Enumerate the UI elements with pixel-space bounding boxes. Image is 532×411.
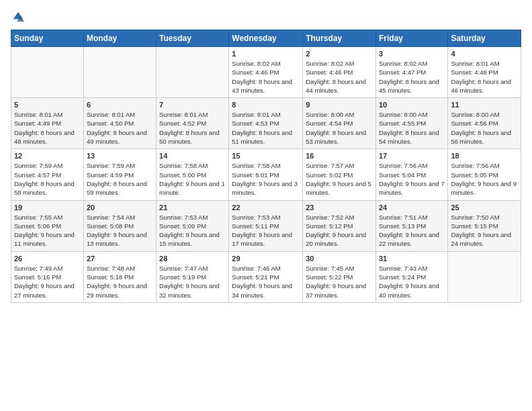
- calendar-cell: 9Sunrise: 8:00 AM Sunset: 4:54 PM Daylig…: [303, 98, 376, 149]
- calendar-cell: 24Sunrise: 7:51 AM Sunset: 5:13 PM Dayli…: [375, 200, 447, 251]
- day-info: Sunrise: 7:52 AM Sunset: 5:12 PM Dayligh…: [306, 213, 373, 248]
- calendar-cell: 31Sunrise: 7:43 AM Sunset: 5:24 PM Dayli…: [375, 251, 447, 302]
- weekday-header: Friday: [375, 30, 447, 47]
- calendar-cell: 5Sunrise: 8:01 AM Sunset: 4:49 PM Daylig…: [11, 98, 84, 149]
- day-info: Sunrise: 7:51 AM Sunset: 5:13 PM Dayligh…: [379, 213, 445, 248]
- day-number: 30: [306, 255, 373, 263]
- day-number: 22: [232, 203, 300, 212]
- calendar-cell: 12Sunrise: 7:59 AM Sunset: 4:57 PM Dayli…: [11, 149, 84, 200]
- header: [11, 11, 521, 23]
- calendar-cell: 10Sunrise: 8:00 AM Sunset: 4:55 PM Dayli…: [375, 98, 447, 149]
- calendar-cell: 8Sunrise: 8:01 AM Sunset: 4:53 PM Daylig…: [229, 98, 303, 149]
- calendar-cell: 2Sunrise: 8:02 AM Sunset: 4:46 PM Daylig…: [303, 47, 376, 98]
- day-number: 1: [232, 50, 300, 58]
- day-info: Sunrise: 7:50 AM Sunset: 5:15 PM Dayligh…: [451, 213, 518, 248]
- day-number: 6: [87, 101, 153, 109]
- weekday-header: Monday: [83, 30, 156, 47]
- day-number: 21: [159, 203, 226, 212]
- day-number: 10: [379, 101, 445, 109]
- day-info: Sunrise: 7:56 AM Sunset: 5:05 PM Dayligh…: [451, 161, 518, 197]
- calendar-cell: [83, 47, 156, 98]
- calendar-cell: 6Sunrise: 8:01 AM Sunset: 4:50 PM Daylig…: [83, 98, 156, 149]
- day-info: Sunrise: 7:48 AM Sunset: 5:18 PM Dayligh…: [87, 264, 153, 300]
- calendar-cell: 29Sunrise: 7:46 AM Sunset: 5:21 PM Dayli…: [229, 251, 303, 302]
- day-number: 13: [87, 152, 153, 160]
- calendar-cell: 30Sunrise: 7:45 AM Sunset: 5:22 PM Dayli…: [303, 251, 376, 302]
- day-info: Sunrise: 7:57 AM Sunset: 5:02 PM Dayligh…: [306, 161, 373, 197]
- day-info: Sunrise: 7:58 AM Sunset: 5:00 PM Dayligh…: [159, 161, 226, 197]
- day-number: 4: [451, 50, 518, 58]
- day-info: Sunrise: 7:54 AM Sunset: 5:08 PM Dayligh…: [87, 213, 153, 248]
- day-info: Sunrise: 8:00 AM Sunset: 4:54 PM Dayligh…: [306, 110, 373, 146]
- calendar-cell: 3Sunrise: 8:02 AM Sunset: 4:47 PM Daylig…: [375, 47, 447, 98]
- day-info: Sunrise: 8:01 AM Sunset: 4:50 PM Dayligh…: [87, 110, 153, 146]
- calendar-cell: 15Sunrise: 7:58 AM Sunset: 5:01 PM Dayli…: [229, 149, 303, 200]
- day-number: 17: [379, 152, 445, 160]
- day-number: 24: [379, 203, 445, 212]
- calendar-cell: 19Sunrise: 7:55 AM Sunset: 5:06 PM Dayli…: [11, 200, 84, 251]
- calendar-cell: 1Sunrise: 8:02 AM Sunset: 4:46 PM Daylig…: [229, 47, 303, 98]
- day-info: Sunrise: 7:53 AM Sunset: 5:09 PM Dayligh…: [159, 213, 226, 248]
- day-number: 7: [159, 101, 226, 109]
- weekday-header-row: SundayMondayTuesdayWednesdayThursdayFrid…: [11, 30, 521, 47]
- weekday-header: Tuesday: [157, 30, 229, 47]
- day-info: Sunrise: 8:01 AM Sunset: 4:53 PM Dayligh…: [232, 110, 300, 146]
- day-number: 28: [159, 255, 226, 263]
- calendar-cell: 14Sunrise: 7:58 AM Sunset: 5:00 PM Dayli…: [157, 149, 229, 200]
- calendar-week-row: 12Sunrise: 7:59 AM Sunset: 4:57 PM Dayli…: [11, 149, 521, 200]
- day-number: 29: [232, 255, 300, 263]
- day-info: Sunrise: 8:00 AM Sunset: 4:56 PM Dayligh…: [451, 110, 518, 146]
- calendar-cell: 28Sunrise: 7:47 AM Sunset: 5:19 PM Dayli…: [157, 251, 229, 302]
- day-info: Sunrise: 7:56 AM Sunset: 5:04 PM Dayligh…: [379, 161, 445, 197]
- day-number: 20: [87, 203, 153, 212]
- calendar-cell: [448, 251, 521, 302]
- day-number: 15: [232, 152, 300, 160]
- day-info: Sunrise: 8:02 AM Sunset: 4:46 PM Dayligh…: [306, 59, 373, 95]
- day-number: 19: [14, 203, 81, 212]
- day-info: Sunrise: 7:59 AM Sunset: 4:59 PM Dayligh…: [87, 161, 153, 197]
- day-info: Sunrise: 8:02 AM Sunset: 4:46 PM Dayligh…: [232, 59, 300, 95]
- calendar-page: SundayMondayTuesdayWednesdayThursdayFrid…: [0, 0, 532, 310]
- day-number: 31: [379, 255, 445, 263]
- day-info: Sunrise: 8:01 AM Sunset: 4:52 PM Dayligh…: [159, 110, 226, 146]
- calendar-week-row: 19Sunrise: 7:55 AM Sunset: 5:06 PM Dayli…: [11, 200, 521, 251]
- day-info: Sunrise: 7:49 AM Sunset: 5:16 PM Dayligh…: [14, 264, 81, 300]
- day-info: Sunrise: 7:55 AM Sunset: 5:06 PM Dayligh…: [14, 213, 81, 248]
- day-info: Sunrise: 8:02 AM Sunset: 4:47 PM Dayligh…: [379, 59, 445, 95]
- day-number: 27: [87, 255, 153, 263]
- day-number: 9: [306, 101, 373, 109]
- day-info: Sunrise: 8:00 AM Sunset: 4:55 PM Dayligh…: [379, 110, 445, 146]
- calendar-cell: 4Sunrise: 8:01 AM Sunset: 4:48 PM Daylig…: [448, 47, 521, 98]
- calendar-week-row: 1Sunrise: 8:02 AM Sunset: 4:46 PM Daylig…: [11, 47, 521, 98]
- day-number: 14: [159, 152, 226, 160]
- day-number: 8: [232, 101, 300, 109]
- calendar-cell: 13Sunrise: 7:59 AM Sunset: 4:59 PM Dayli…: [83, 149, 156, 200]
- day-info: Sunrise: 7:58 AM Sunset: 5:01 PM Dayligh…: [232, 161, 300, 197]
- day-info: Sunrise: 7:43 AM Sunset: 5:24 PM Dayligh…: [379, 264, 445, 300]
- day-number: 16: [306, 152, 373, 160]
- weekday-header: Sunday: [11, 30, 84, 47]
- day-info: Sunrise: 7:53 AM Sunset: 5:11 PM Dayligh…: [232, 213, 300, 248]
- calendar-cell: [11, 47, 84, 98]
- day-number: 3: [379, 50, 445, 58]
- calendar-cell: 27Sunrise: 7:48 AM Sunset: 5:18 PM Dayli…: [83, 251, 156, 302]
- calendar-cell: [157, 47, 229, 98]
- calendar-cell: 18Sunrise: 7:56 AM Sunset: 5:05 PM Dayli…: [448, 149, 521, 200]
- weekday-header: Wednesday: [229, 30, 303, 47]
- day-info: Sunrise: 7:59 AM Sunset: 4:57 PM Dayligh…: [14, 161, 81, 197]
- day-number: 2: [306, 50, 373, 58]
- day-info: Sunrise: 7:45 AM Sunset: 5:22 PM Dayligh…: [306, 264, 373, 300]
- calendar-cell: 25Sunrise: 7:50 AM Sunset: 5:15 PM Dayli…: [448, 200, 521, 251]
- day-number: 5: [14, 101, 81, 109]
- day-number: 23: [306, 203, 373, 212]
- day-number: 12: [14, 152, 81, 160]
- logo: [11, 11, 24, 23]
- calendar-week-row: 5Sunrise: 8:01 AM Sunset: 4:49 PM Daylig…: [11, 98, 521, 149]
- calendar-cell: 11Sunrise: 8:00 AM Sunset: 4:56 PM Dayli…: [448, 98, 521, 149]
- weekday-header: Thursday: [303, 30, 376, 47]
- calendar-cell: 22Sunrise: 7:53 AM Sunset: 5:11 PM Dayli…: [229, 200, 303, 251]
- day-info: Sunrise: 8:01 AM Sunset: 4:48 PM Dayligh…: [451, 59, 518, 95]
- calendar-cell: 17Sunrise: 7:56 AM Sunset: 5:04 PM Dayli…: [375, 149, 447, 200]
- day-number: 18: [451, 152, 518, 160]
- day-number: 25: [451, 203, 518, 212]
